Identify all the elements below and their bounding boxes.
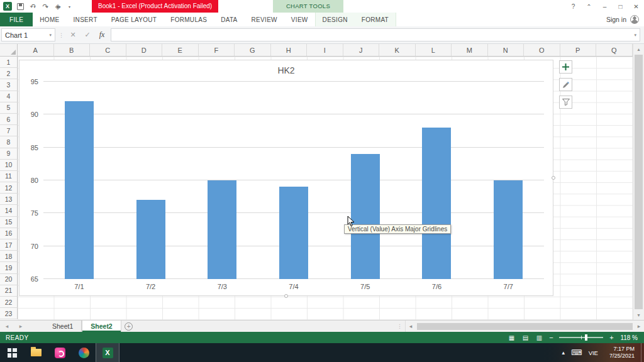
row-header-5[interactable]: 5	[0, 102, 18, 114]
tab-format[interactable]: FORMAT	[355, 13, 396, 26]
column-header-A[interactable]: A	[18, 44, 54, 56]
row-header-10[interactable]: 10	[0, 160, 18, 171]
row-header-12[interactable]: 12	[0, 182, 18, 194]
row-header-2[interactable]: 2	[0, 68, 18, 79]
tab-page-layout[interactable]: PAGE LAYOUT	[104, 13, 164, 26]
vertical-scrollbar[interactable]: ▴ ▾	[633, 44, 644, 320]
column-header-K[interactable]: K	[379, 44, 416, 56]
bar-7/1[interactable]	[65, 101, 94, 279]
maximize-button[interactable]: □	[613, 0, 628, 13]
excel-taskbar-button[interactable]: X	[96, 343, 119, 362]
bar-7/3[interactable]	[208, 180, 236, 279]
scroll-left-icon[interactable]: ◂	[406, 323, 416, 329]
page-break-view-icon[interactable]: ▥	[532, 332, 546, 343]
touch-mode-icon[interactable]: ◈▾	[52, 0, 64, 13]
chart-elements-button[interactable]	[559, 60, 572, 74]
tab-file[interactable]: FILE	[0, 13, 33, 26]
column-header-J[interactable]: J	[343, 44, 380, 56]
zoom-slider[interactable]	[559, 337, 603, 338]
scroll-up-icon[interactable]: ▴	[633, 44, 644, 54]
row-header-3[interactable]: 3	[0, 79, 18, 90]
column-header-C[interactable]: C	[90, 44, 126, 56]
row-header-18[interactable]: 18	[0, 251, 18, 262]
sheet-nav-right-icon[interactable]: ▸	[14, 321, 28, 332]
row-header-23[interactable]: 23	[0, 308, 18, 319]
tab-home[interactable]: HOME	[33, 13, 66, 26]
zoom-out-icon[interactable]: −	[546, 334, 556, 341]
zoom-slider-thumb[interactable]	[585, 334, 587, 341]
bar-7/2[interactable]	[136, 200, 165, 279]
row-header-7[interactable]: 7	[0, 125, 18, 136]
zoom-in-icon[interactable]: +	[606, 334, 616, 341]
enter-formula-icon[interactable]: ✓	[82, 31, 93, 39]
row-header-6[interactable]: 6	[0, 114, 18, 125]
row-header-21[interactable]: 21	[0, 285, 18, 297]
chart-filters-button[interactable]	[559, 96, 572, 109]
column-header-O[interactable]: O	[524, 44, 560, 56]
help-button[interactable]: ?	[565, 0, 581, 13]
chart-plot[interactable]	[43, 82, 544, 279]
tab-data[interactable]: DATA	[214, 13, 244, 26]
scroll-right-icon[interactable]: ▸	[634, 323, 644, 329]
clock[interactable]: 7:17 PM 7/25/2021	[603, 346, 641, 359]
row-header-11[interactable]: 11	[0, 171, 18, 182]
normal-view-icon[interactable]: ▦	[504, 332, 518, 343]
taskbar-app-pink-button[interactable]	[48, 343, 72, 362]
column-header-L[interactable]: L	[416, 44, 452, 56]
formula-input[interactable]	[111, 29, 631, 41]
row-header-17[interactable]: 17	[0, 239, 18, 251]
close-button[interactable]: ✕	[628, 0, 644, 13]
start-button[interactable]	[0, 343, 24, 362]
column-header-D[interactable]: D	[126, 44, 163, 56]
row-header-9[interactable]: 9	[0, 148, 18, 160]
column-header-N[interactable]: N	[488, 44, 525, 56]
scroll-down-icon[interactable]: ▾	[633, 310, 644, 320]
keyboard-icon[interactable]: ⌨	[570, 348, 584, 357]
redo-caret-icon[interactable]: ▾	[47, 4, 48, 9]
file-explorer-button[interactable]	[24, 343, 48, 362]
hidden-icons-chevron-icon[interactable]: ▴	[557, 349, 570, 356]
column-header-F[interactable]: F	[199, 44, 235, 56]
tab-formulas[interactable]: FORMULAS	[164, 13, 214, 26]
row-header-15[interactable]: 15	[0, 217, 18, 228]
tab-insert[interactable]: INSERT	[67, 13, 104, 26]
formula-expand-caret-icon[interactable]: ▾	[631, 33, 640, 38]
sign-in-button[interactable]: Sign in	[606, 13, 639, 26]
chart[interactable]: HK2 65707580859095 7/17/27/37/47/57/67/7	[19, 60, 553, 296]
column-header-B[interactable]: B	[54, 44, 91, 56]
undo-caret-icon[interactable]: ▾	[34, 4, 36, 9]
chart-title[interactable]: HK2	[19, 65, 553, 75]
bar-7/4[interactable]	[279, 187, 308, 279]
bar-7/6[interactable]	[422, 128, 451, 279]
customize-quick-access-icon[interactable]: ▾	[64, 0, 77, 13]
row-header-22[interactable]: 22	[0, 297, 18, 308]
tab-design[interactable]: DESIGN	[316, 13, 355, 26]
row-header-19[interactable]: 19	[0, 262, 18, 273]
bar-7/7[interactable]	[494, 180, 523, 279]
new-sheet-button[interactable]: +	[121, 321, 136, 332]
vertical-scroll-thumb[interactable]	[635, 55, 643, 309]
taskbar-app-colorful-button[interactable]	[72, 343, 96, 362]
sheet-nav-left-icon[interactable]: ◂	[0, 321, 14, 332]
bar-7/5[interactable]	[351, 154, 380, 279]
show-desktop-button[interactable]	[641, 343, 644, 362]
insert-function-icon[interactable]: fx	[96, 30, 108, 40]
row-header-14[interactable]: 14	[0, 205, 18, 216]
row-header-16[interactable]: 16	[0, 228, 18, 239]
column-header-P[interactable]: P	[560, 44, 597, 56]
row-header-8[interactable]: 8	[0, 136, 18, 148]
touch-mode-caret-icon[interactable]: ▾	[58, 4, 60, 9]
column-header-Q[interactable]: Q	[596, 44, 633, 56]
minimize-button[interactable]: –	[597, 0, 613, 13]
select-all-corner[interactable]	[0, 44, 18, 56]
zoom-level[interactable]: 118 %	[616, 334, 644, 341]
language-indicator[interactable]: VIE	[584, 349, 603, 356]
chart-resize-handle-right[interactable]	[552, 176, 555, 180]
name-box-caret-icon[interactable]: ▾	[49, 33, 52, 38]
horizontal-scroll-thumb[interactable]	[417, 323, 633, 330]
row-header-1[interactable]: 1	[0, 57, 18, 68]
column-header-E[interactable]: E	[162, 44, 199, 56]
tab-review[interactable]: REVIEW	[245, 13, 284, 26]
row-header-4[interactable]: 4	[0, 91, 18, 102]
cancel-formula-icon[interactable]: ✕	[67, 31, 79, 39]
